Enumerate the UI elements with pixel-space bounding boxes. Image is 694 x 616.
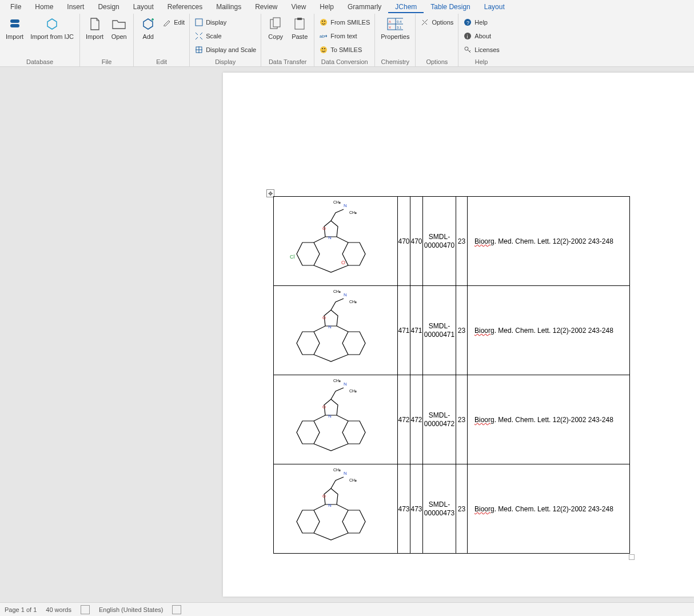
import-db-button[interactable]: Import xyxy=(2,15,27,41)
properties-label: Properties xyxy=(381,33,409,40)
cell-structure[interactable]: O N N CH₃ CH₃ ClO xyxy=(274,197,398,286)
cell-structure[interactable]: O N N CH₃ CH₃ xyxy=(274,375,398,464)
display-and-scale-button[interactable]: Display and Scale xyxy=(194,43,256,56)
cell-code[interactable]: SMDL-00000471 xyxy=(423,286,456,375)
paste-button[interactable]: Paste xyxy=(288,15,312,41)
cell-id1[interactable]: 470 xyxy=(398,197,410,286)
status-language[interactable]: English (United States) xyxy=(99,606,163,613)
status-page[interactable]: Page 1 of 1 xyxy=(5,606,37,613)
cell-reference[interactable]: Bioorg. Med. Chem. Lett. 12(2)-2002 243-… xyxy=(468,197,630,286)
table-row[interactable]: O N N CH₃ CH₃ 473 473 SMDL-00000473 23 B… xyxy=(274,464,630,554)
svg-marker-48 xyxy=(342,421,365,444)
svg-text:CH₃: CH₃ xyxy=(333,468,341,472)
macro-icon[interactable] xyxy=(172,605,181,614)
licenses-button[interactable]: Licenses xyxy=(463,43,499,56)
properties-button[interactable]: A0.4X3.1 Properties xyxy=(377,15,413,41)
text-arrow-icon: ab xyxy=(319,31,328,41)
tools-icon xyxy=(420,18,429,27)
display-label: Display xyxy=(206,19,226,26)
menu-jchem[interactable]: JChem xyxy=(388,1,424,13)
cell-id2[interactable]: 470 xyxy=(410,197,423,286)
table-resize-handle[interactable] xyxy=(629,554,635,560)
cell-id1[interactable]: 472 xyxy=(398,375,410,464)
import-ijc-label: Import from IJC xyxy=(30,33,74,40)
help-icon: ? xyxy=(463,18,472,27)
from-text-button[interactable]: ab From text xyxy=(319,30,370,42)
status-words[interactable]: 40 words xyxy=(46,606,71,613)
svg-marker-32 xyxy=(342,243,365,265)
table-row[interactable]: O N N CH₃ CH₃ 472 472 SMDL-00000472 23 B… xyxy=(274,375,630,464)
menu-design[interactable]: Design xyxy=(91,1,126,13)
menu-insert[interactable]: Insert xyxy=(60,1,91,13)
cell-id1[interactable]: 471 xyxy=(398,286,410,375)
cell-id2[interactable]: 472 xyxy=(410,375,423,464)
svg-text:CH₃: CH₃ xyxy=(349,478,357,482)
svg-point-17 xyxy=(322,48,323,49)
svg-text:i: i xyxy=(467,34,468,39)
folder-open-icon xyxy=(111,16,127,32)
import-file-button[interactable]: Import xyxy=(82,15,107,41)
cell-reference[interactable]: Bioorg. Med. Chem. Lett. 12(2)-2002 243-… xyxy=(468,375,630,464)
menu-references[interactable]: References xyxy=(161,1,209,13)
menu-review[interactable]: Review xyxy=(248,1,284,13)
spellcheck-icon[interactable] xyxy=(81,605,90,614)
cell-id2[interactable]: 473 xyxy=(410,464,423,554)
help-button[interactable]: ? Help xyxy=(463,16,499,29)
to-smiles-button[interactable]: To SMILES xyxy=(319,43,370,56)
svg-rect-0 xyxy=(10,19,19,23)
bioorg-keyword: Bioorg xyxy=(474,237,494,245)
ribbon: Import Import from IJC Database Import O… xyxy=(0,14,694,67)
ijc-icon xyxy=(44,16,60,32)
cell-reference[interactable]: Bioorg. Med. Chem. Lett. 12(2)-2002 243-… xyxy=(468,464,630,554)
database-import-icon xyxy=(7,16,23,32)
cell-id2[interactable]: 471 xyxy=(410,286,423,375)
svg-text:N: N xyxy=(328,324,332,329)
options-button[interactable]: Options xyxy=(420,16,453,29)
cell-count[interactable]: 23 xyxy=(456,286,468,375)
cell-count[interactable]: 23 xyxy=(456,464,468,554)
svg-text:O: O xyxy=(322,315,326,320)
about-button[interactable]: i About xyxy=(463,30,499,42)
svg-point-16 xyxy=(320,46,327,53)
open-button[interactable]: Open xyxy=(107,15,131,41)
cell-structure[interactable]: O N N CH₃ CH₃ xyxy=(274,286,398,375)
svg-text:?: ? xyxy=(466,20,469,26)
menu-view[interactable]: View xyxy=(285,1,313,13)
options-label-text: Options xyxy=(432,19,453,26)
menu-tabledesign[interactable]: Table Design xyxy=(424,1,477,13)
from-smiles-button[interactable]: From SMILES xyxy=(319,16,370,29)
copy-button[interactable]: Copy xyxy=(264,15,288,41)
cell-id1[interactable]: 473 xyxy=(398,464,410,554)
menu-file[interactable]: File xyxy=(3,1,28,13)
svg-text:CH₃: CH₃ xyxy=(333,200,341,204)
cell-count[interactable]: 23 xyxy=(456,375,468,464)
import-ijc-button[interactable]: Import from IJC xyxy=(27,15,77,41)
menu-layout2[interactable]: Layout xyxy=(477,1,512,13)
menu-mailings[interactable]: Mailings xyxy=(209,1,248,13)
paste-label: Paste xyxy=(292,33,308,40)
open-label: Open xyxy=(111,33,127,40)
cell-code[interactable]: SMDL-00000472 xyxy=(423,375,456,464)
cell-count[interactable]: 23 xyxy=(456,197,468,286)
cell-code[interactable]: SMDL-00000473 xyxy=(423,464,456,554)
edit-button[interactable]: Edit xyxy=(162,16,185,29)
svg-text:A: A xyxy=(389,20,391,23)
svg-text:CH₃: CH₃ xyxy=(349,300,357,304)
menu-help[interactable]: Help xyxy=(313,1,341,13)
scale-button[interactable]: Scale xyxy=(194,30,256,42)
table-row[interactable]: O N N CH₃ CH₃ 471 471 SMDL-00000471 23 B… xyxy=(274,286,630,375)
menu-grammarly[interactable]: Grammarly xyxy=(341,1,388,13)
data-table[interactable]: O N N CH₃ CH₃ ClO 470 470 SMDL-00000470 … xyxy=(273,196,630,554)
table-row[interactable]: O N N CH₃ CH₃ ClO 470 470 SMDL-00000470 … xyxy=(274,197,630,286)
display-button[interactable]: Display xyxy=(194,16,256,29)
cell-code[interactable]: SMDL-00000470 xyxy=(423,197,456,286)
add-button[interactable]: Add xyxy=(136,15,160,41)
menu-layout[interactable]: Layout xyxy=(126,1,161,13)
menu-home[interactable]: Home xyxy=(28,1,60,13)
scale-icon xyxy=(194,31,204,41)
cell-structure[interactable]: O N N CH₃ CH₃ xyxy=(274,464,398,554)
cell-reference[interactable]: Bioorg. Med. Chem. Lett. 12(2)-2002 243-… xyxy=(468,286,630,375)
svg-text:CH₃: CH₃ xyxy=(333,379,341,383)
ribbon-group-chemistry: A0.4X3.1 Properties Chemistry xyxy=(375,14,416,66)
svg-point-18 xyxy=(324,48,325,49)
